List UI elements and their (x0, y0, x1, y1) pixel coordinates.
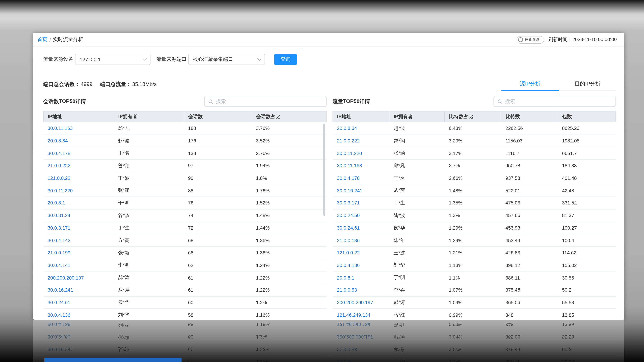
ip-address-link[interactable]: 20.0.8.1 (333, 271, 390, 284)
sessions-search-box[interactable] (204, 96, 327, 107)
table-row: 21.0.0.136陈*年1.29%453.44100.4 (333, 234, 616, 247)
table-cell: 1.16% (252, 309, 326, 320)
ip-address-link[interactable]: 121.0.0.22 (44, 172, 114, 184)
table-cell: 2.66% (444, 172, 501, 184)
table-cell: 90 (184, 172, 252, 184)
ip-address-link[interactable]: 21.0.0.53 (333, 284, 390, 296)
traffic-search-box[interactable] (494, 96, 616, 107)
ip-address-link[interactable]: 21.0.0.199 (44, 247, 114, 259)
ip-address-link[interactable]: 30.0.3.171 (44, 222, 114, 234)
ip-address-link[interactable]: 200.200.200.197 (44, 271, 114, 284)
table-row: 30.0.11.163邱*凡2.7%950.78184.33 (333, 159, 616, 172)
ip-address-link[interactable]: 30.0.4.142 (44, 234, 114, 247)
table-cell: 1.1% (444, 271, 501, 284)
ip-address-link[interactable]: 21.0.0.222 (333, 135, 390, 147)
port-select[interactable]: 核心汇聚采集端口 (188, 54, 265, 65)
stats-and-tabs-row: 端口总会话数： 4999 端口总流量： 35.18Mb/s 源IP分析 目的IP… (33, 78, 624, 91)
table-cell: 1.22% (252, 284, 326, 296)
ip-address-link[interactable]: 30.0.4.136 (333, 259, 390, 271)
table-row: 30.0.4.178王*名2.66%937.53401.48 (333, 172, 616, 184)
ip-address-link[interactable]: 21.0.0.136 (333, 234, 390, 247)
ip-address-link[interactable]: 21.0.0.222 (44, 159, 114, 172)
table-row: 30.0.24.61侯*华1.29%453.93100.27 (333, 222, 616, 234)
table-cell: 1.48% (444, 184, 501, 197)
ip-address-link[interactable]: 30.0.24.61 (333, 222, 390, 234)
table-row: 20.0.8.34赵*波6.43%2262.568625.23 (333, 122, 616, 135)
ip-address-link[interactable]: 20.0.8.34 (333, 122, 390, 135)
table-cell: 331.52 (558, 197, 616, 209)
table-row: 121.0.0.22王*波901.8% (44, 172, 326, 184)
table-cell: 188 (184, 122, 252, 135)
total-traffic-label: 端口总流量： (100, 81, 132, 88)
table-cell: 457.66 (501, 209, 558, 222)
ip-address-link[interactable]: 20.0.8.34 (44, 135, 114, 147)
ip-address-link[interactable]: 30.0.16.241 (333, 184, 390, 197)
ip-address-link[interactable]: 30.0.4.178 (333, 172, 390, 184)
table-cell: 1.35% (444, 197, 501, 209)
table-cell: 1.3% (444, 209, 501, 222)
ip-address-link[interactable]: 30.0.4.178 (44, 147, 114, 159)
ip-address-link[interactable]: 30.0.24.50 (333, 209, 390, 222)
table-row: 21.0.0.53李*喜1.07%375.4650.2 (333, 284, 616, 296)
table-cell: 曾*翔 (389, 135, 444, 147)
ip-address-link[interactable]: 30.0.11.163 (44, 122, 114, 135)
table-row: 121.0.0.22王*波1.21%426.83114.62 (333, 247, 616, 259)
table-row: 30.0.16.241从*萍611.22% (44, 284, 326, 296)
breadcrumb-separator: / (50, 37, 51, 42)
ip-address-link[interactable]: 30.0.11.220 (44, 184, 114, 197)
sessions-search-input[interactable] (216, 98, 323, 104)
breadcrumb-home-link[interactable]: 首页 (38, 36, 48, 43)
ip-address-link[interactable]: 121.46.249.134 (333, 309, 390, 320)
ip-address-link[interactable]: 121.0.0.22 (333, 247, 390, 259)
query-button[interactable]: 查询 (274, 54, 297, 65)
sessions-table: IP地址IP拥有者会话数会话数占比 30.0.11.163邱*凡1883.76%… (43, 111, 327, 320)
total-traffic-value: 35.18Mb/s (132, 81, 157, 87)
stop-refresh-button[interactable]: 停止刷新 (516, 36, 544, 43)
circle-toggle-icon (518, 37, 523, 42)
table-cell: 3.76% (252, 122, 326, 135)
table-cell: 马*红 (389, 309, 444, 320)
table-cell: 1.13% (444, 259, 501, 271)
table-cell: 王*波 (389, 247, 444, 259)
table-cell: 王*名 (114, 147, 184, 159)
table-row: 30.0.24.61侯*华601.2% (44, 296, 326, 309)
sessions-section-title: 会话数TOP50详情 (43, 98, 86, 105)
table-cell: 72 (184, 222, 252, 234)
device-select[interactable]: 127.0.0.1 (75, 54, 150, 65)
table-cell: 1.48% (252, 209, 326, 222)
table-cell: 61 (184, 284, 252, 296)
ip-address-link[interactable]: 30.0.11.220 (333, 147, 390, 159)
column-header: 包数 (558, 111, 616, 122)
table-cell: 3.52% (252, 135, 326, 147)
table-cell: 60 (184, 296, 252, 309)
traffic-table-wrap: IP地址IP拥有者比特数占比比特数包数 20.0.8.34赵*波6.43%226… (332, 111, 616, 320)
ip-address-link[interactable]: 20.0.8.1 (44, 197, 114, 209)
ip-address-link[interactable]: 30.0.11.163 (333, 159, 390, 172)
ip-address-link[interactable]: 30.0.16.241 (44, 284, 114, 296)
table-row: 30.0.3.171丁*生721.44% (44, 222, 326, 234)
table-cell: 1.24% (252, 259, 326, 271)
traffic-top50-section: 流量TOP50详情 IP地址IP拥有者比特数占比比特数包数 20.0.8.34赵… (332, 96, 616, 320)
scrollbar-thumb[interactable] (323, 124, 326, 216)
table-cell: 1116.7 (501, 147, 558, 159)
refresh-time-value: 2023-11-10 00:00:00 (572, 37, 617, 42)
ip-address-link[interactable]: 30.0.3.171 (333, 197, 390, 209)
table-cell: 365.06 (501, 296, 558, 309)
ip-address-link[interactable]: 200.200.200.197 (333, 296, 390, 309)
port-select-value: 核心汇聚采集端口 (193, 56, 233, 63)
table-cell: 3.17% (444, 147, 501, 159)
ip-address-link[interactable]: 30.0.4.141 (44, 259, 114, 271)
ip-address-link[interactable]: 30.0.31.24 (44, 209, 114, 222)
tab-source-ip-analysis[interactable]: 源IP分析 (502, 78, 559, 91)
ip-address-link[interactable]: 30.0.24.61 (44, 296, 114, 309)
tab-destination-ip-analysis[interactable]: 目的IP分析 (559, 78, 616, 91)
table-cell: 426.83 (501, 247, 558, 259)
screen-background: 首页 / 实时流量分析 停止刷新 刷新时间：2023-11-10 00:00:0… (0, 0, 644, 362)
search-icon (497, 99, 503, 104)
total-sessions-label: 端口总会话数： (43, 81, 80, 88)
ip-address-link[interactable]: 30.0.4.136 (44, 309, 114, 320)
stop-refresh-label: 停止刷新 (525, 37, 540, 42)
traffic-search-input[interactable] (505, 98, 612, 104)
table-cell: 375.46 (501, 284, 558, 296)
column-header: IP地址 (333, 111, 390, 122)
